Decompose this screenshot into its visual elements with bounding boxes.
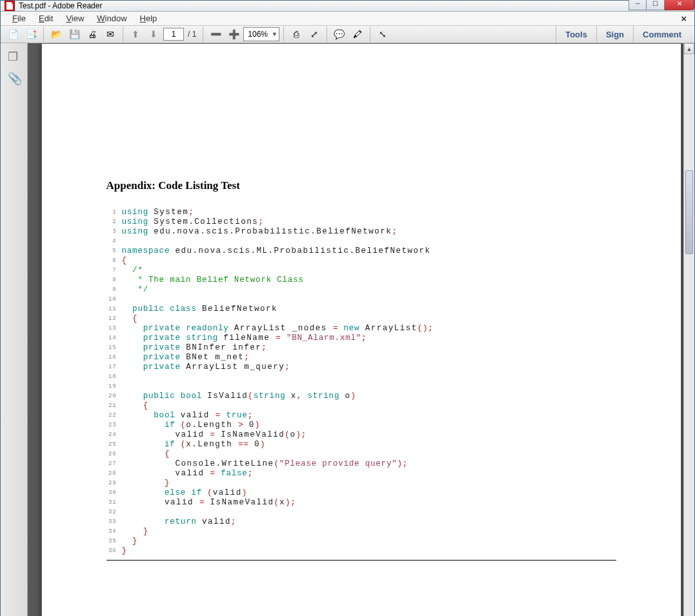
line-number: 10 (106, 295, 122, 304)
attachments-icon[interactable]: 📎 (8, 72, 21, 84)
code-text: private readonly ArrayList _nodes = new … (122, 324, 616, 333)
content-area: ❐ 📎 Appendix: Code Listing Test 1using S… (1, 43, 694, 616)
code-text (122, 237, 616, 246)
code-text: return valid; (122, 517, 616, 527)
adobe-reader-icon (5, 1, 15, 11)
fit-page-icon[interactable]: ⎙ (288, 26, 305, 43)
document-heading: Appendix: Code Listing Test (106, 179, 616, 192)
menu-help[interactable]: Help (134, 12, 164, 25)
code-line: 17 private ArrayList m_query; (106, 363, 616, 372)
line-number: 4 (106, 237, 122, 246)
maximize-button[interactable]: ☐ (647, 0, 665, 10)
zoom-in-icon[interactable]: ➕ (225, 26, 242, 43)
line-number: 20 (106, 392, 122, 401)
code-text (122, 295, 616, 304)
zoom-select[interactable]: 106% ▼ (243, 27, 279, 41)
email-icon[interactable]: ✉ (102, 26, 119, 43)
panel-sign[interactable]: Sign (596, 26, 633, 43)
code-line: 33 return valid; (106, 517, 616, 527)
separator (43, 26, 44, 42)
print-icon[interactable]: 🖨 (84, 26, 101, 43)
code-text: valid = IsNameValid(o); (122, 430, 616, 440)
code-text: } (122, 537, 616, 546)
dropdown-arrow-icon: ▼ (268, 31, 277, 37)
code-text: } (122, 546, 616, 556)
separator (283, 26, 284, 42)
page-down-icon[interactable]: ⬇ (145, 26, 162, 43)
app-window: Test.pdf - Adobe Reader ─ ☐ ✕ File Edit … (0, 0, 695, 616)
line-number: 13 (106, 324, 122, 333)
line-number: 2 (106, 217, 122, 227)
scroll-thumb[interactable] (685, 170, 693, 254)
line-number: 25 (106, 440, 122, 450)
code-line: 1using System; (106, 208, 616, 217)
menu-edit[interactable]: Edit (32, 12, 59, 25)
code-text: else if (valid) (122, 488, 616, 498)
line-number: 21 (106, 401, 122, 411)
close-button[interactable]: ✕ (665, 0, 694, 10)
line-number: 17 (106, 363, 122, 372)
code-line: 21 { (106, 401, 616, 411)
scroll-up-icon[interactable]: ▲ (684, 43, 694, 54)
separator (123, 26, 123, 42)
panel-tools[interactable]: Tools (556, 26, 596, 43)
line-number: 28 (106, 469, 122, 479)
code-text: { (122, 450, 616, 459)
code-line: 14 private string fileName = "BN_Alarm.x… (106, 333, 616, 343)
scroll-track[interactable] (684, 54, 694, 616)
menu-window[interactable]: Window (90, 12, 133, 25)
document-viewport[interactable]: Appendix: Code Listing Test 1using Syste… (28, 43, 694, 616)
line-number: 31 (106, 498, 122, 508)
panel-comment[interactable]: Comment (633, 26, 690, 43)
minimize-button[interactable]: ─ (629, 0, 647, 10)
code-text (122, 372, 616, 382)
sticky-note-icon[interactable]: 💬 (331, 26, 348, 43)
navigation-pane: ❐ 📎 (1, 43, 28, 616)
page-total-label: / 1 (185, 30, 199, 39)
code-line: 36} (106, 546, 616, 556)
code-line: 27 Console.WriteLine("Please provide que… (106, 459, 616, 469)
menu-view[interactable]: View (59, 12, 90, 25)
menubar: File Edit View Window Help × (1, 12, 694, 26)
code-line: 34 } (106, 527, 616, 537)
open-icon[interactable]: 📂 (48, 26, 65, 43)
line-number: 36 (106, 546, 122, 556)
code-text: using edu.nova.scis.Probabilistic.Belief… (122, 227, 616, 237)
code-text: { (122, 256, 616, 266)
code-line: 2using System.Collections; (106, 217, 616, 227)
separator (203, 26, 203, 42)
page-number-input[interactable] (163, 28, 184, 41)
code-text: private string fileName = "BN_Alarm.xml"… (122, 333, 616, 343)
line-number: 7 (106, 266, 122, 275)
code-line: 11 public class BeliefNetwork (106, 304, 616, 314)
line-number: 29 (106, 479, 122, 488)
page-up-icon[interactable]: ⬆ (127, 26, 144, 43)
code-line: 12 { (106, 314, 616, 324)
code-text: { (122, 401, 616, 411)
zoom-out-icon[interactable]: ➖ (207, 26, 224, 43)
code-line: 18 (106, 372, 616, 382)
highlight-icon[interactable]: 🖍 (349, 26, 366, 43)
code-text: private ArrayList m_query; (122, 363, 616, 372)
code-listing: 1using System;2using System.Collections;… (106, 208, 616, 561)
menu-file[interactable]: File (6, 12, 32, 25)
code-line: 13 private readonly ArrayList _nodes = n… (106, 324, 616, 333)
code-text: namespace edu.nova.scis.ML.Probabilistic… (122, 246, 616, 256)
code-line: 29 } (106, 479, 616, 488)
line-number: 19 (106, 382, 122, 392)
line-number: 33 (106, 517, 122, 527)
read-mode-icon[interactable]: ⤡ (374, 26, 391, 43)
create-pdf-icon[interactable]: 📑 (23, 26, 39, 43)
line-number: 22 (106, 411, 122, 421)
code-text: } (122, 479, 616, 488)
thumbnails-icon[interactable]: ❐ (8, 50, 21, 63)
fit-width-icon[interactable]: ⤢ (306, 26, 323, 43)
titlebar[interactable]: Test.pdf - Adobe Reader ─ ☐ ✕ (1, 1, 694, 12)
code-text: } (122, 527, 616, 537)
close-document-icon[interactable]: × (678, 13, 689, 24)
code-line: 30 else if (valid) (106, 488, 616, 498)
export-pdf-icon[interactable]: 📄 (5, 26, 21, 43)
save-icon[interactable]: 💾 (66, 26, 83, 43)
vertical-scrollbar[interactable]: ▲ ▼ (683, 43, 694, 616)
code-text (122, 382, 616, 392)
